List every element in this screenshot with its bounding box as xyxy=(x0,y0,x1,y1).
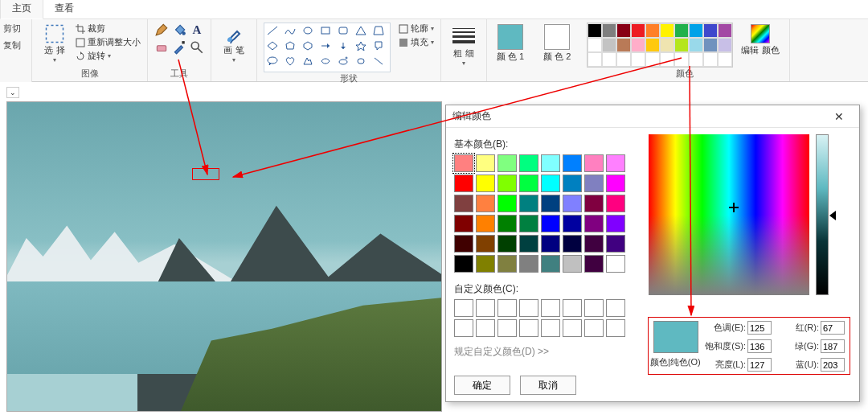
group-size: 粗 细▾ xyxy=(441,19,487,81)
svg-rect-3 xyxy=(157,46,166,51)
eraser-tool[interactable] xyxy=(154,40,169,55)
picker-tool[interactable] xyxy=(172,40,186,55)
color1-button[interactable]: 颜 色 1 xyxy=(493,23,527,63)
svg-rect-10 xyxy=(339,27,347,34)
group-color1: 颜 色 1 xyxy=(487,19,534,81)
text-tool[interactable]: A xyxy=(190,23,204,37)
svg-rect-0 xyxy=(47,26,63,43)
copy-cmd[interactable]: 复制 xyxy=(0,39,31,51)
select-icon xyxy=(45,24,64,43)
custom-colors-grid[interactable] xyxy=(454,299,641,337)
group-color2: 颜 色 2 xyxy=(534,19,580,81)
svg-rect-27 xyxy=(399,25,407,33)
group-tools: A 工具 xyxy=(148,19,211,81)
color-preview-swatch xyxy=(653,321,698,353)
ok-button[interactable]: 确定 xyxy=(454,376,510,395)
crosshair-icon xyxy=(729,203,739,212)
svg-point-8 xyxy=(304,27,312,34)
rotate-cmd[interactable]: 旋转 ▾ xyxy=(76,50,141,62)
fill-menu[interactable]: 填充 ▾ xyxy=(399,36,434,48)
svg-marker-21 xyxy=(375,42,382,50)
nav-arrow[interactable]: ⌄ xyxy=(6,87,19,98)
crop-icon xyxy=(76,24,85,34)
color-values-panel: 颜色|纯色(O) 色调(E): 红(R): 饱和度(S): 绿(G): 亮度(L… xyxy=(648,317,850,375)
dialog-title: 编辑颜色 xyxy=(452,109,491,123)
tab-view[interactable]: 查看 xyxy=(43,0,85,18)
svg-point-2 xyxy=(182,31,186,35)
size-icon xyxy=(452,24,475,47)
luminance-slider[interactable] xyxy=(816,134,829,295)
svg-line-26 xyxy=(375,58,383,64)
color2-button[interactable]: 颜 色 2 xyxy=(540,23,574,63)
hue-sat-field[interactable] xyxy=(649,134,809,295)
svg-marker-17 xyxy=(327,43,330,48)
pencil-tool[interactable] xyxy=(154,23,169,37)
svg-point-5 xyxy=(191,42,199,49)
rotate-icon xyxy=(76,51,85,61)
resize-icon xyxy=(76,38,85,47)
luminance-pointer-icon xyxy=(829,211,836,220)
group-palette: 编辑 颜色 颜色 xyxy=(580,19,789,81)
group-brush: 画 笔▾ xyxy=(211,19,257,81)
resize-cmd[interactable]: 重新调整大小 xyxy=(76,36,141,48)
canvas-image[interactable] xyxy=(6,101,442,412)
tab-home[interactable]: 主页 xyxy=(0,0,43,19)
color-palette[interactable] xyxy=(587,23,733,68)
svg-marker-11 xyxy=(356,27,366,35)
cancel-button[interactable]: 取消 xyxy=(520,376,576,395)
close-button[interactable]: ✕ xyxy=(825,109,853,125)
blue-input[interactable] xyxy=(821,358,845,372)
svg-marker-15 xyxy=(304,42,312,50)
brush-tool[interactable]: 画 笔▾ xyxy=(218,23,250,65)
outline-menu[interactable]: 轮廓 ▾ xyxy=(399,23,434,35)
svg-marker-13 xyxy=(268,42,277,50)
svg-point-24 xyxy=(346,57,347,59)
basic-colors-grid[interactable] xyxy=(454,154,641,273)
svg-rect-9 xyxy=(321,27,330,34)
shapes-gallery[interactable] xyxy=(264,23,391,72)
svg-point-23 xyxy=(339,60,347,64)
define-custom-button[interactable]: 规定自定义颜色(D) >> xyxy=(454,345,641,359)
svg-line-7 xyxy=(268,27,277,35)
outline-icon xyxy=(399,24,408,34)
group-shapes: 轮廓 ▾ 填充 ▾ 形状 xyxy=(257,19,441,81)
cut-cmd[interactable]: 剪切 xyxy=(0,23,31,35)
edit-colors-button[interactable]: 编辑 颜色 xyxy=(738,23,782,56)
clipboard-mini: 剪切 复制 xyxy=(0,19,32,82)
ribbon: 选 择▾ 裁剪 重新调整大小 旋转 ▾ 图像 A 工具 画 笔▾ xyxy=(32,19,868,82)
svg-marker-20 xyxy=(356,42,366,51)
basic-colors-label: 基本颜色(B): xyxy=(454,138,641,151)
magnifier-tool[interactable] xyxy=(190,40,204,55)
svg-marker-19 xyxy=(341,47,346,49)
sat-input[interactable] xyxy=(747,339,772,353)
crop-cmd[interactable]: 裁剪 xyxy=(76,23,141,35)
svg-rect-25 xyxy=(358,59,364,64)
fill-tool[interactable] xyxy=(172,23,186,37)
svg-rect-1 xyxy=(76,39,84,47)
custom-colors-label: 自定义颜色(C): xyxy=(454,282,641,296)
selection-marker xyxy=(192,168,219,180)
select-tool[interactable]: 选 择▾ xyxy=(39,23,71,65)
color2-swatch xyxy=(544,24,570,50)
brush-icon xyxy=(224,24,244,43)
svg-rect-4 xyxy=(182,41,184,43)
preview-label: 颜色|纯色(O) xyxy=(650,356,701,368)
color1-swatch xyxy=(497,24,523,50)
lum-input[interactable] xyxy=(747,358,772,372)
group-image: 选 择▾ 裁剪 重新调整大小 旋转 ▾ 图像 xyxy=(32,19,148,81)
svg-marker-12 xyxy=(374,27,383,35)
red-input[interactable] xyxy=(821,321,845,335)
svg-point-22 xyxy=(268,57,277,64)
hue-input[interactable] xyxy=(747,321,772,335)
rainbow-icon xyxy=(751,24,770,43)
fill-icon xyxy=(399,38,408,47)
green-input[interactable] xyxy=(821,339,845,353)
svg-line-6 xyxy=(198,48,203,53)
size-menu[interactable]: 粗 细▾ xyxy=(448,23,480,68)
svg-marker-14 xyxy=(286,42,294,49)
svg-rect-28 xyxy=(399,39,407,47)
